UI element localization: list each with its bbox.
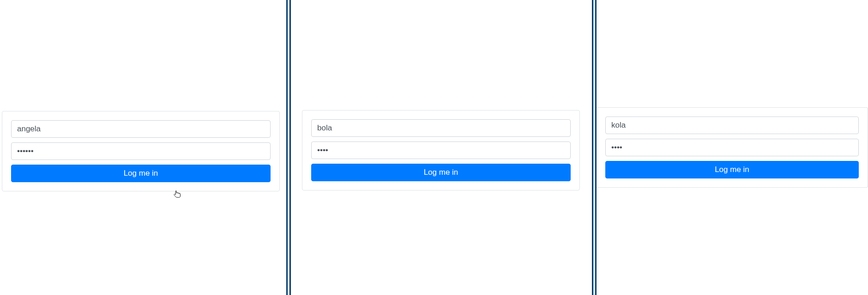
username-input[interactable] (311, 119, 571, 137)
login-panel-1: Log me in (0, 0, 286, 295)
window-divider-1 (286, 0, 291, 295)
window-divider-2 (592, 0, 597, 295)
login-card: Log me in (302, 110, 580, 191)
login-card: Log me in (2, 111, 280, 191)
stage: Log me in Log me in Log me in (0, 0, 868, 295)
login-panel-2: Log me in (291, 0, 592, 295)
login-panel-3: Log me in (597, 0, 868, 295)
username-input[interactable] (11, 120, 271, 138)
password-input[interactable] (605, 139, 859, 156)
login-card: Log me in (597, 107, 868, 188)
login-button[interactable]: Log me in (11, 165, 271, 182)
login-button[interactable]: Log me in (605, 161, 859, 178)
password-input[interactable] (11, 142, 271, 160)
password-input[interactable] (311, 141, 571, 159)
username-input[interactable] (605, 117, 859, 134)
login-button[interactable]: Log me in (311, 164, 571, 181)
